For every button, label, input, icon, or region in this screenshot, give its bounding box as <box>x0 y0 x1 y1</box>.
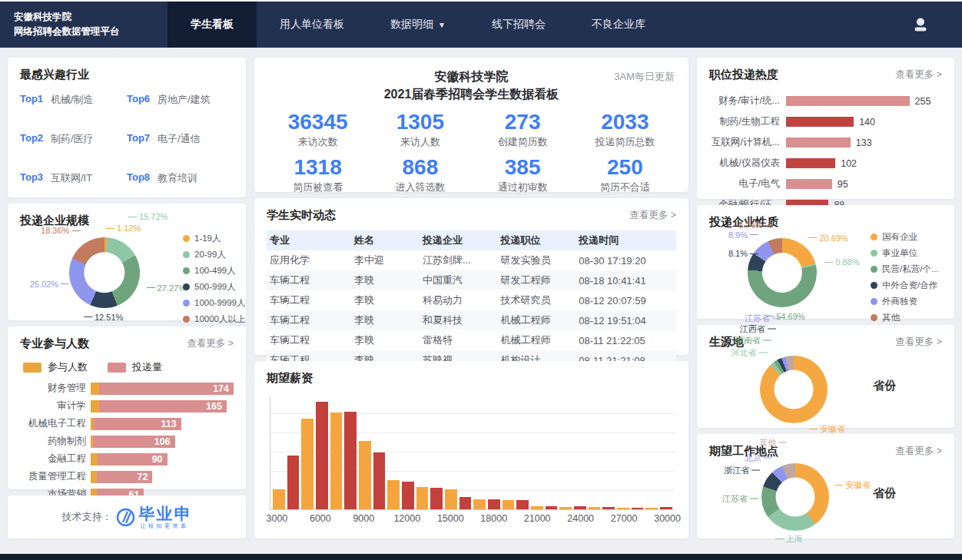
heat-bar[interactable] <box>786 138 851 147</box>
salary-bar[interactable] <box>645 508 658 509</box>
major-more-link[interactable]: 查看更多 > <box>187 337 234 350</box>
overview-stats: 36345来访次数1305来访人数273创建简历数2033投递简历总数1318简… <box>267 111 676 194</box>
navbar: 安徽科技学院 网络招聘会数据管理平台 学生看板用人单位看板数据明细▼线下招聘会不… <box>0 2 962 48</box>
salary-bar[interactable] <box>632 508 644 509</box>
major-bar[interactable]: 72 <box>91 471 234 483</box>
donut-label-text: 12.51% <box>95 313 123 322</box>
work-location-donut[interactable] <box>761 463 829 531</box>
major-bar[interactable]: 174 <box>91 383 234 395</box>
salary-bar[interactable] <box>402 482 414 510</box>
salary-bar[interactable] <box>445 489 457 509</box>
donut-label-text: 20.69% <box>819 234 848 243</box>
tech-support-panel: 技术支持： 毕业申 让校招更简单 <box>8 495 246 538</box>
salary-bar[interactable] <box>574 506 586 509</box>
salary-bar[interactable] <box>273 489 285 509</box>
tab-offline-fair[interactable]: 线下招聘会 <box>469 2 569 48</box>
table-row[interactable]: 应用化学李中迎江苏剑牌...研发实验员08-30 17:19:20 <box>267 250 676 270</box>
salary-bar[interactable] <box>531 506 543 509</box>
heat-value: 255 <box>915 96 931 107</box>
right-column: 职位投递热度 查看更多 > 财务/审计/统...255制药/生物工程140互联网… <box>697 58 954 545</box>
legend-item[interactable]: 外商独资 <box>871 296 938 307</box>
salary-bar[interactable] <box>344 412 357 509</box>
salary-bar[interactable] <box>459 497 472 509</box>
salary-bar[interactable] <box>546 506 558 509</box>
salary-bar[interactable] <box>488 499 500 509</box>
tab-bad-company[interactable]: 不良企业库 <box>569 2 668 48</box>
salary-bar[interactable] <box>416 487 429 509</box>
table-cell: 李映 <box>354 293 423 307</box>
salary-bar[interactable] <box>660 507 672 509</box>
legend-item[interactable]: 民营/私营/个... <box>871 263 938 275</box>
salary-bar[interactable] <box>359 441 371 509</box>
major-bar[interactable]: 106 <box>91 436 234 448</box>
tab-student-board[interactable]: 学生看板 <box>168 2 257 48</box>
stat-cell: 868进入筛选数 <box>369 156 471 194</box>
salary-bar[interactable] <box>316 402 328 509</box>
salary-bar[interactable] <box>516 500 529 509</box>
heat-bar[interactable] <box>786 179 832 189</box>
salary-bar[interactable] <box>330 413 343 509</box>
tab-employer-board[interactable]: 用人单位看板 <box>257 2 367 48</box>
donut-label-text: 1.12% <box>117 224 141 233</box>
legend-item[interactable]: 1000-9999人 <box>183 297 246 309</box>
heat-bar[interactable] <box>786 158 835 168</box>
legend-item[interactable]: 500-999人 <box>183 281 246 293</box>
salary-bar[interactable] <box>430 488 443 509</box>
salary-bar[interactable] <box>589 507 601 509</box>
salary-bar[interactable] <box>301 419 313 509</box>
table-row[interactable]: 车辆工程李映和夏科技机械工程师08-12 19:51:04 <box>267 310 676 330</box>
heat-bar[interactable] <box>786 117 854 127</box>
x-tick-label: 3000 <box>267 513 288 524</box>
table-row[interactable]: 车辆工程李映雷格特机械工程师08-11 21:22:05 <box>267 330 676 350</box>
heat-category-label: 机械/仪器仪表 <box>709 157 786 170</box>
legend-item[interactable]: 10000人以上 <box>183 313 246 325</box>
salary-bar[interactable] <box>373 452 386 509</box>
donut-label-text: 湖南省 <box>735 335 761 346</box>
user-icon <box>911 15 930 34</box>
major-bar[interactable]: 165 <box>91 400 234 413</box>
leader-line <box>765 225 773 226</box>
salary-bar[interactable] <box>387 480 400 509</box>
salary-bar[interactable] <box>617 508 629 509</box>
salary-bar[interactable] <box>559 507 572 509</box>
heat-bar[interactable] <box>786 96 910 106</box>
legend-item[interactable]: 其他 <box>871 312 938 323</box>
origin-more-link[interactable]: 查看更多 > <box>895 336 942 349</box>
tab-data-detail[interactable]: 数据明细▼ <box>367 2 469 48</box>
left-column: 最感兴趣行业 Top1机械/制造Top2制药/医疗Top3互联网/ITTop4金… <box>8 58 246 545</box>
table-cell: 中国重汽 <box>423 273 501 287</box>
salary-bar[interactable] <box>287 456 300 509</box>
legend-item[interactable]: 1-19人 <box>183 233 246 244</box>
major-bar[interactable]: 90 <box>91 453 234 466</box>
origin-donut[interactable] <box>760 356 828 423</box>
salary-bar[interactable] <box>602 507 615 509</box>
salary-bar[interactable] <box>503 500 515 509</box>
salary-bar[interactable] <box>473 499 486 509</box>
table-row[interactable]: 车辆工程李映科易动力技术研究员08-12 20:07:59 <box>267 290 676 310</box>
donut-label: 18.36% <box>41 226 80 235</box>
work-more-link[interactable]: 查看更多 > <box>895 445 942 458</box>
legend-item[interactable]: 事业单位 <box>871 247 938 259</box>
legend-item[interactable]: 中外合资/合作 <box>871 280 938 291</box>
leader-line <box>764 457 772 458</box>
table-row[interactable]: 车辆工程李映中国重汽研发工程师08-18 10:41:41 <box>267 270 676 290</box>
major-bar[interactable]: 113 <box>91 418 234 430</box>
heat-more-link[interactable]: 查看更多 > <box>895 68 942 81</box>
legend-item[interactable]: 国有企业 <box>871 231 938 243</box>
table-cell: 李映 <box>354 313 423 327</box>
legend-item[interactable]: 20-99人 <box>183 249 246 260</box>
leader-line <box>128 217 137 217</box>
table-cell: 车辆工程 <box>270 273 354 287</box>
heat-category-label: 互联网/计算机... <box>709 136 786 149</box>
x-tick-label: 27000 <box>611 513 638 524</box>
activity-more-link[interactable]: 查看更多 > <box>629 209 676 222</box>
x-tick-label: 18000 <box>480 513 507 524</box>
user-menu[interactable] <box>911 2 930 48</box>
legend-item[interactable]: 100-499人 <box>183 265 246 277</box>
company-size-donut[interactable] <box>69 237 140 308</box>
salary-panel: 期望薪资 30006000900012000150001800021000240… <box>254 361 688 538</box>
stat-value: 385 <box>472 156 574 180</box>
stat-cell: 36345来访次数 <box>267 111 369 149</box>
brand-logo[interactable]: 毕业申 让校招更简单 <box>115 505 192 529</box>
heat-bar-row: 财务/审计/统...255 <box>709 94 942 108</box>
